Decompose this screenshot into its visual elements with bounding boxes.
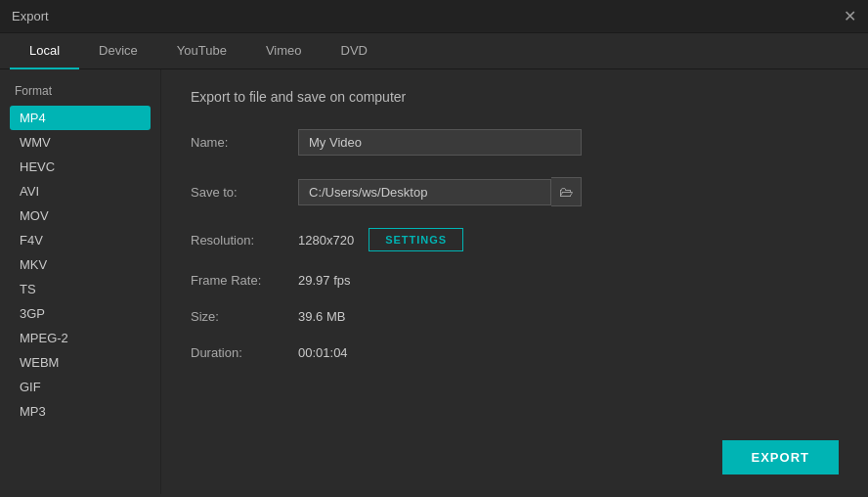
resolution-wrapper: 1280x720 SETTINGS xyxy=(298,228,463,251)
duration-label: Duration: xyxy=(191,345,298,360)
save-to-label: Save to: xyxy=(191,185,298,200)
save-to-row: Save to: 🗁 xyxy=(191,177,839,206)
settings-button[interactable]: SETTINGS xyxy=(369,228,463,251)
tab-local[interactable]: Local xyxy=(10,33,79,69)
format-webm[interactable]: WEBM xyxy=(10,350,151,375)
sidebar: Format MP4 WMV HEVC AVI MOV F4V MKV TS 3… xyxy=(0,69,161,494)
close-button[interactable]: ✕ xyxy=(844,9,856,24)
right-panel: Export to file and save on computer Name… xyxy=(161,69,868,494)
frame-rate-row: Frame Rate: 29.97 fps xyxy=(191,273,839,288)
save-to-input[interactable] xyxy=(298,179,551,205)
name-label: Name: xyxy=(191,135,298,150)
browse-folder-button[interactable]: 🗁 xyxy=(551,177,582,206)
format-mp3[interactable]: MP3 xyxy=(10,399,151,424)
export-button[interactable]: EXPORT xyxy=(722,440,839,474)
title-bar: Export ✕ xyxy=(0,0,868,33)
size-row: Size: 39.6 MB xyxy=(191,309,839,324)
tab-device[interactable]: Device xyxy=(79,33,157,69)
duration-row: Duration: 00:01:04 xyxy=(191,345,839,360)
format-hevc[interactable]: HEVC xyxy=(10,155,151,179)
tab-youtube[interactable]: YouTube xyxy=(157,33,246,69)
format-mpeg2[interactable]: MPEG-2 xyxy=(10,326,151,350)
format-wmv[interactable]: WMV xyxy=(10,130,151,155)
format-label: Format xyxy=(10,84,151,98)
format-f4v[interactable]: F4V xyxy=(10,228,151,252)
main-content: Format MP4 WMV HEVC AVI MOV F4V MKV TS 3… xyxy=(0,69,868,494)
size-label: Size: xyxy=(191,309,298,324)
format-3gp[interactable]: 3GP xyxy=(10,301,151,326)
format-mp4[interactable]: MP4 xyxy=(10,106,151,130)
name-row: Name: xyxy=(191,129,839,156)
size-value: 39.6 MB xyxy=(298,309,345,324)
frame-rate-label: Frame Rate: xyxy=(191,273,298,288)
format-mkv[interactable]: MKV xyxy=(10,252,151,277)
save-to-wrapper: 🗁 xyxy=(298,177,582,206)
format-mov[interactable]: MOV xyxy=(10,203,151,228)
tab-vimeo[interactable]: Vimeo xyxy=(246,33,322,69)
panel-title: Export to file and save on computer xyxy=(191,89,839,105)
resolution-row: Resolution: 1280x720 SETTINGS xyxy=(191,228,839,251)
format-gif[interactable]: GIF xyxy=(10,375,151,399)
duration-value: 00:01:04 xyxy=(298,345,348,360)
name-input[interactable] xyxy=(298,129,582,156)
format-avi[interactable]: AVI xyxy=(10,179,151,203)
frame-rate-value: 29.97 fps xyxy=(298,273,351,288)
resolution-label: Resolution: xyxy=(191,233,298,248)
resolution-value: 1280x720 xyxy=(298,233,354,248)
tab-dvd[interactable]: DVD xyxy=(322,33,387,69)
dialog-title: Export xyxy=(12,9,49,23)
format-ts[interactable]: TS xyxy=(10,277,151,301)
tab-bar: Local Device YouTube Vimeo DVD xyxy=(0,33,868,69)
